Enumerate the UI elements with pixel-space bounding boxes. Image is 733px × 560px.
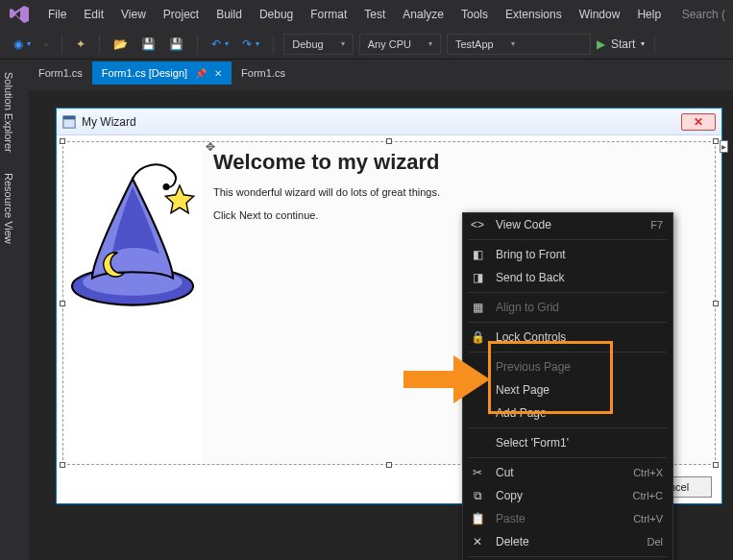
menu-test[interactable]: Test: [356, 5, 393, 24]
designer-context-menu: <>View CodeF7 ◧Bring to Front ◨Send to B…: [462, 212, 673, 560]
document-tab-strip: Form1.cs Form1.cs [Design]📌✕ Form1.cs: [0, 60, 733, 85]
wizard-heading: Welcome to my wizard: [213, 150, 703, 175]
nav-back-icon[interactable]: ◉ ▾: [10, 36, 35, 53]
sidetab-resource-view[interactable]: Resource View: [0, 166, 17, 251]
svg-rect-1: [63, 115, 75, 119]
ctx-view-code[interactable]: <>View CodeF7: [463, 213, 672, 236]
bring-front-icon: ◧: [469, 248, 486, 261]
ctx-add-page[interactable]: Add Page: [463, 402, 672, 425]
svg-marker-6: [453, 355, 490, 403]
form-close-button[interactable]: ✕: [681, 113, 716, 131]
new-project-icon[interactable]: ✦: [72, 36, 89, 53]
menu-help[interactable]: Help: [629, 5, 669, 24]
cut-icon: ✂: [469, 466, 486, 479]
send-back-icon: ◨: [469, 271, 486, 284]
toolbar: ◉ ▾ ▫ ✦ 📂 💾 💾 ↶ ▾ ↷ ▾ Debug▾ Any CPU▾ Te…: [0, 29, 733, 60]
doc-tab-form1-code-2[interactable]: Form1.cs: [232, 61, 295, 85]
copy-icon: ⧉: [469, 489, 486, 502]
menu-analyze[interactable]: Analyze: [395, 5, 452, 24]
search-input[interactable]: Search (: [682, 8, 725, 21]
paste-icon: 📋: [469, 512, 486, 525]
svg-rect-5: [403, 371, 453, 388]
menu-bar: File Edit View Project Build Debug Forma…: [0, 0, 733, 29]
menu-edit[interactable]: Edit: [76, 5, 111, 24]
menu-extensions[interactable]: Extensions: [498, 5, 570, 24]
menu-build[interactable]: Build: [208, 5, 250, 24]
form-icon: [62, 115, 76, 129]
doc-tab-form1-design[interactable]: Form1.cs [Design]📌✕: [92, 61, 232, 85]
ctx-align-to-grid: ▦Align to Grid: [463, 296, 672, 319]
form-title: My Wizard: [82, 115, 136, 129]
start-button[interactable]: ▶Start ▾: [597, 37, 645, 51]
vs-logo-icon: [8, 3, 31, 26]
open-icon[interactable]: 📂: [110, 36, 132, 53]
pin-icon[interactable]: 📌: [195, 68, 207, 79]
delete-icon: ✕: [469, 535, 486, 548]
lock-icon: 🔒: [469, 330, 486, 344]
smart-tag-icon[interactable]: ▸: [720, 140, 728, 153]
doc-tab-form1-code[interactable]: Form1.cs: [29, 61, 92, 85]
ctx-previous-page: Previous Page: [463, 355, 672, 378]
close-icon[interactable]: ✕: [214, 68, 222, 79]
menu-window[interactable]: Window: [572, 5, 628, 24]
ctx-next-page[interactable]: Next Page: [463, 378, 672, 402]
ctx-delete[interactable]: ✕DeleteDel: [463, 530, 672, 553]
sidetab-solution-explorer[interactable]: Solution Explorer: [0, 65, 17, 159]
move-glyph-icon[interactable]: ✥: [206, 140, 215, 154]
menu-tools[interactable]: Tools: [453, 5, 496, 24]
menu-project[interactable]: Project: [156, 5, 207, 24]
side-panel: Solution Explorer Resource View: [0, 65, 21, 257]
ctx-copy[interactable]: ⧉CopyCtrl+C: [463, 484, 672, 507]
form-titlebar: My Wizard ✕: [57, 109, 721, 135]
menu-format[interactable]: Format: [303, 5, 354, 24]
ctx-bring-to-front[interactable]: ◧Bring to Front: [463, 243, 672, 266]
code-icon: <>: [469, 218, 486, 231]
save-icon[interactable]: 💾: [137, 36, 159, 53]
wizard-sidebar-image: [63, 142, 202, 464]
ctx-send-to-back[interactable]: ◨Send to Back: [463, 266, 672, 289]
config-dropdown[interactable]: Debug▾: [283, 34, 353, 55]
ctx-paste: 📋PasteCtrl+V: [463, 507, 672, 530]
ctx-lock-controls[interactable]: 🔒Lock Controls: [463, 326, 672, 349]
wizard-line-1: This wonderful wizard will do lots of gr…: [213, 186, 703, 198]
ctx-cut[interactable]: ✂CutCtrl+X: [463, 461, 672, 484]
undo-icon[interactable]: ↶ ▾: [208, 36, 232, 53]
annotation-arrow-icon: [403, 355, 490, 403]
platform-dropdown[interactable]: Any CPU▾: [359, 34, 441, 55]
menu-view[interactable]: View: [113, 5, 154, 24]
save-all-icon[interactable]: 💾: [165, 36, 187, 53]
redo-icon[interactable]: ↷ ▾: [238, 36, 263, 53]
menu-debug[interactable]: Debug: [252, 5, 301, 24]
svg-point-4: [163, 183, 170, 190]
nav-fwd-icon: ▫: [40, 36, 52, 53]
ctx-select-form1[interactable]: Select 'Form1': [463, 431, 672, 454]
grid-icon: ▦: [469, 301, 486, 314]
startup-project-dropdown[interactable]: TestApp▾: [447, 34, 591, 55]
menu-file[interactable]: File: [40, 5, 74, 24]
